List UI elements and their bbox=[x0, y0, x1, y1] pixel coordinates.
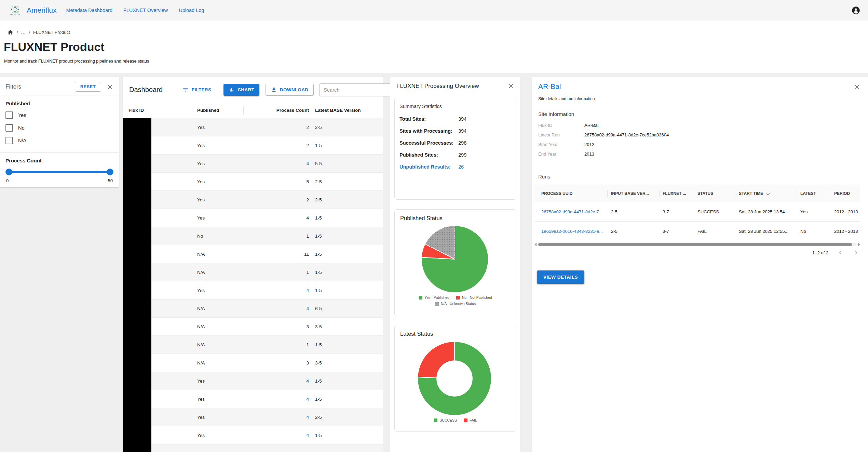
cell-process-count: 4 bbox=[244, 215, 310, 221]
column-header-start-time[interactable]: START TIME bbox=[735, 191, 797, 196]
scroll-right-arrow-icon[interactable] bbox=[858, 243, 860, 246]
close-icon[interactable] bbox=[854, 84, 860, 91]
table-row[interactable]: Yes 2 2-5 bbox=[123, 118, 383, 136]
table-row[interactable]: N/A 3 3-5 bbox=[123, 318, 383, 336]
table-row[interactable]: Yes 5 2-5 bbox=[123, 173, 383, 191]
breadcrumb-ellipsis[interactable]: ... bbox=[21, 30, 26, 35]
download-icon bbox=[271, 87, 277, 93]
process-uuid-link[interactable]: 26758a02-d99a-4471-8d2c-7... bbox=[534, 209, 607, 214]
legend-item-yes-published[interactable]: Yes - Published bbox=[419, 295, 449, 300]
cell-input-base: 2-5 bbox=[607, 209, 659, 214]
process-uuid-link[interactable]: 1e659ea2-0016-4343-8231-e... bbox=[534, 229, 607, 234]
filters-title: Filters bbox=[5, 83, 21, 90]
column-header-period[interactable]: PERIOD bbox=[830, 191, 860, 196]
sort-desc-icon[interactable] bbox=[765, 191, 771, 196]
legend-item-success[interactable]: SUCCESS bbox=[434, 418, 457, 422]
checkbox-icon[interactable] bbox=[5, 111, 13, 119]
stat-label: Total Sites: bbox=[399, 115, 458, 123]
column-header-flux-id[interactable]: Flux ID bbox=[123, 108, 191, 113]
view-details-button[interactable]: VIEW DETAILS bbox=[537, 270, 584, 284]
cell-latest-base-version: 1-5 bbox=[310, 342, 383, 347]
table-row[interactable]: Yes 4 1-5 bbox=[123, 281, 383, 300]
slider-track[interactable] bbox=[6, 171, 112, 173]
column-header-fluxnet[interactable]: FLUXNET ... bbox=[659, 191, 694, 196]
table-row[interactable]: Yes 4 1-5 bbox=[123, 390, 383, 408]
close-icon[interactable] bbox=[507, 83, 514, 90]
home-icon[interactable] bbox=[7, 29, 14, 36]
column-header-process-uuid[interactable]: PROCESS UUID bbox=[534, 191, 607, 196]
published-status-legend: Yes - Published No - Not Published N/A -… bbox=[395, 295, 516, 306]
stat-row: Sites with Processing: 394 bbox=[399, 127, 511, 135]
published-status-title: Published Status bbox=[395, 210, 516, 222]
table-row[interactable]: Yes 4 1-5 bbox=[123, 426, 383, 444]
nav-link-upload-log[interactable]: Upload Log bbox=[179, 8, 204, 13]
brand-name[interactable]: Ameriflux bbox=[27, 6, 57, 14]
checkbox-label: No bbox=[18, 125, 25, 131]
table-row[interactable]: Yes 4 1-5 bbox=[123, 209, 383, 227]
pagination-prev-icon[interactable] bbox=[837, 249, 844, 256]
filters-button[interactable]: FILTERS bbox=[182, 87, 211, 93]
ameriflux-logo[interactable]: AMERIFLUX bbox=[8, 5, 23, 16]
table-row[interactable]: Yes 2 1-5 bbox=[123, 136, 383, 155]
table-row[interactable]: N/A 11 1-5 bbox=[123, 245, 383, 263]
nav-link-metadata-dashboard[interactable]: Metadata Dashboard bbox=[66, 8, 112, 13]
cell-status: FAIL bbox=[694, 229, 735, 234]
cell-latest-base-version: 2-5 bbox=[310, 179, 383, 184]
cell-published: N/A bbox=[191, 252, 244, 257]
checkbox-yes[interactable]: Yes bbox=[5, 111, 113, 119]
column-header-input-base-version[interactable]: INPUT BASE VER... bbox=[607, 191, 659, 196]
legend-item-na-unknown[interactable]: N/A - Unknown Status bbox=[435, 302, 476, 306]
account-icon[interactable] bbox=[851, 6, 860, 15]
cell-process-count: 3 bbox=[244, 324, 310, 329]
close-icon[interactable] bbox=[107, 83, 113, 90]
cell-published: N/A bbox=[191, 270, 244, 275]
checkbox-icon[interactable] bbox=[5, 137, 13, 144]
field-row: Flux ID AR-Bal bbox=[538, 123, 669, 128]
run-row[interactable]: 1e659ea2-0016-4343-8231-e... 2-5 3-7 FAI… bbox=[534, 222, 860, 241]
table-row[interactable]: Yes 2 2-5 bbox=[123, 191, 383, 209]
legend-swatch bbox=[456, 296, 460, 300]
table-row[interactable]: Yes 4 1-5 bbox=[123, 444, 383, 452]
cell-latest-base-version: 3-5 bbox=[310, 360, 383, 365]
table-row[interactable]: N/A 1 1-5 bbox=[123, 336, 383, 354]
reset-button[interactable]: RESET bbox=[75, 82, 101, 92]
pie-slice[interactable] bbox=[418, 342, 455, 378]
chart-button[interactable]: CHART bbox=[223, 84, 259, 96]
pagination-next-icon[interactable] bbox=[852, 249, 860, 256]
checkbox-no[interactable]: No bbox=[5, 124, 113, 132]
column-header-latest[interactable]: LATEST bbox=[797, 191, 830, 196]
field-label: Start Year bbox=[538, 142, 584, 147]
stat-label: Sites with Processing: bbox=[399, 127, 458, 135]
slider-handle-min[interactable] bbox=[5, 169, 12, 175]
scrollbar-thumb[interactable] bbox=[538, 243, 852, 246]
cell-process-count: 2 bbox=[244, 143, 310, 148]
checkbox-icon[interactable] bbox=[5, 124, 13, 132]
run-row[interactable]: 26758a02-d99a-4471-8d2c-7... 2-5 3-7 SUC… bbox=[534, 202, 860, 222]
checkbox-na[interactable]: N/A bbox=[5, 137, 113, 144]
slider-handle-max[interactable] bbox=[107, 169, 113, 175]
table-row[interactable]: N/A 4 6-5 bbox=[123, 300, 383, 318]
column-header-published[interactable]: Published bbox=[191, 108, 244, 113]
column-header-latest-base-version[interactable]: Latest BASE Version bbox=[310, 108, 383, 113]
horizontal-scrollbar[interactable] bbox=[534, 242, 860, 247]
column-header-process-count[interactable]: Process Count bbox=[244, 108, 310, 113]
column-header-status[interactable]: STATUS bbox=[694, 191, 735, 196]
scroll-left-arrow-icon[interactable] bbox=[534, 243, 537, 246]
filter-list-icon bbox=[182, 87, 189, 93]
table-row[interactable]: Yes 4 5-5 bbox=[123, 155, 383, 173]
top-nav: AMERIFLUX Ameriflux Metadata Dashboard F… bbox=[0, 0, 868, 21]
download-button[interactable]: DOWNLOAD bbox=[266, 84, 314, 96]
legend-item-no-not-published[interactable]: No - Not Published bbox=[456, 295, 492, 300]
search-input[interactable] bbox=[319, 83, 391, 96]
cell-latest-base-version: 3-5 bbox=[310, 324, 383, 329]
table-row[interactable]: N/A 3 3-5 bbox=[123, 354, 383, 372]
scrollbar-track[interactable] bbox=[538, 243, 857, 246]
nav-link-fluxnet-overview[interactable]: FLUXNET Overview bbox=[123, 8, 168, 13]
table-row[interactable]: N/A 1 1-5 bbox=[123, 263, 383, 281]
table-row[interactable]: Yes 4 2-5 bbox=[123, 408, 383, 426]
legend-item-fail[interactable]: FAIL bbox=[464, 418, 477, 422]
table-row[interactable]: Yes 4 1-5 bbox=[123, 372, 383, 390]
process-count-slider[interactable] bbox=[6, 169, 112, 175]
field-row: End Year 2013 bbox=[538, 151, 669, 157]
table-row[interactable]: No 1 1-5 bbox=[123, 227, 383, 245]
